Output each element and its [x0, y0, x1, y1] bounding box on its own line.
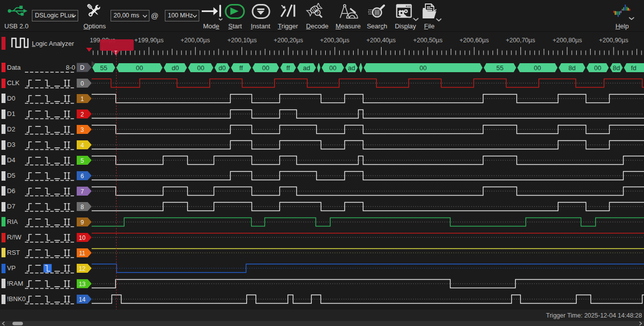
svg-text:d0: d0	[172, 64, 179, 72]
svg-text:8d: 8d	[613, 64, 620, 72]
svg-text:12: 12	[79, 265, 86, 272]
svg-text:11: 11	[79, 250, 86, 257]
svg-text:6: 6	[81, 173, 84, 180]
svg-text:14: 14	[79, 296, 86, 303]
svg-text:D: D	[80, 64, 85, 71]
svg-text:10: 10	[79, 234, 86, 241]
svg-text:8: 8	[81, 204, 84, 211]
svg-text:55: 55	[497, 64, 504, 72]
svg-text:0: 0	[81, 80, 84, 87]
svg-text:00: 00	[136, 64, 143, 72]
svg-text:55: 55	[100, 64, 107, 72]
svg-text:d0: d0	[219, 64, 226, 72]
svg-text:2: 2	[81, 111, 84, 118]
svg-text:5: 5	[81, 157, 84, 164]
svg-text:9: 9	[81, 219, 84, 226]
svg-text:ad: ad	[348, 64, 355, 72]
svg-text:00: 00	[419, 64, 426, 72]
svg-text:ff: ff	[240, 64, 243, 72]
svg-text:8d: 8d	[568, 64, 575, 72]
svg-text:00: 00	[197, 64, 204, 72]
svg-text:7: 7	[81, 188, 84, 195]
svg-text:3: 3	[81, 126, 84, 133]
svg-text:13: 13	[79, 281, 86, 288]
svg-text:fd: fd	[631, 64, 637, 72]
svg-text:ad: ad	[303, 64, 310, 72]
svg-text:4: 4	[81, 142, 84, 149]
svg-text:00: 00	[594, 64, 601, 72]
svg-text:1: 1	[81, 96, 84, 103]
svg-text:ff: ff	[286, 64, 290, 72]
svg-text:00: 00	[329, 64, 336, 72]
svg-text:00: 00	[534, 64, 541, 72]
svg-text:00: 00	[262, 64, 269, 72]
